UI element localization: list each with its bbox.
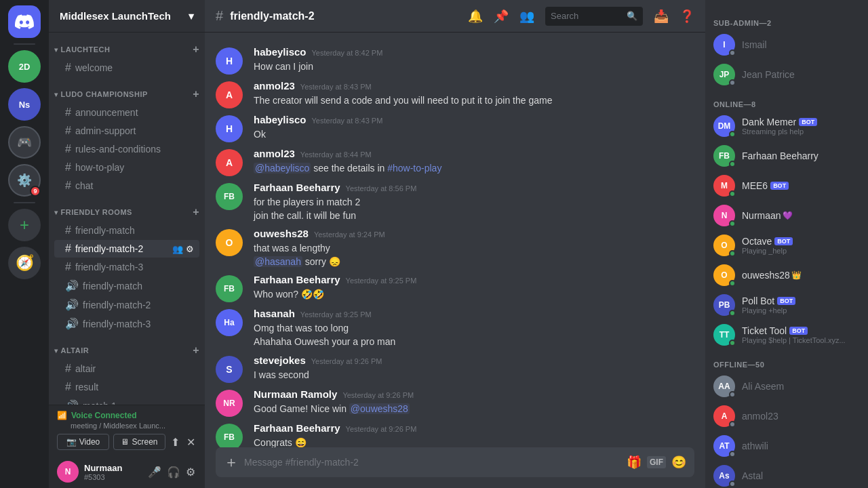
inbox-icon-button[interactable]: 📥 bbox=[654, 9, 669, 24]
voice-status: 📶 Voice Connected bbox=[57, 411, 197, 420]
channel-result[interactable]: # result 👥 ⚙ bbox=[54, 378, 199, 396]
channel-friendly-match[interactable]: # friendly-match bbox=[54, 222, 199, 239]
member-sub: Playing _help bbox=[742, 247, 860, 255]
search-bar[interactable]: 🔍 bbox=[545, 7, 643, 26]
mention[interactable]: @habeylisco bbox=[254, 163, 311, 174]
server-icon-2d[interactable]: 2D bbox=[8, 50, 41, 83]
channel-chat[interactable]: # chat bbox=[54, 177, 199, 195]
channel-voice-friendly-match[interactable]: 🔊 friendly-match bbox=[54, 277, 199, 295]
voice-wave-icon: 📶 bbox=[57, 411, 67, 420]
members-icon-button[interactable]: 👥 bbox=[519, 9, 534, 24]
channel-friendly-match-2[interactable]: # friendly-match-2 👥 ⚙ bbox=[54, 240, 199, 258]
chevron-icon: ▾ bbox=[54, 46, 58, 54]
channel-voice-friendly-match-2[interactable]: 🔊 friendly-match-2 bbox=[54, 296, 199, 314]
category-add-button[interactable]: + bbox=[193, 43, 199, 56]
member-dank-memer[interactable]: DM Dank Memer BOT Streaming pls help bbox=[705, 111, 868, 141]
member-jean-patrice[interactable]: JP Jean Patrice bbox=[705, 60, 868, 89]
avatar: AA bbox=[713, 375, 735, 397]
category-ludo[interactable]: ▾ LUDO CHAMPIONSHIP + bbox=[49, 77, 205, 103]
member-ismail[interactable]: I Ismail bbox=[705, 30, 868, 60]
video-label: Video bbox=[79, 437, 100, 447]
message-timestamp: Yesterday at 8:43 PM bbox=[312, 117, 383, 125]
category-add-button[interactable]: + bbox=[193, 206, 199, 218]
category-add-button[interactable]: + bbox=[193, 344, 199, 357]
bell-icon-button[interactable]: 🔔 bbox=[468, 9, 483, 24]
member-nurmaan[interactable]: N Nurmaan 💜 bbox=[705, 201, 868, 230]
member-icon[interactable]: 👥 bbox=[172, 244, 183, 254]
category-altair[interactable]: ▾ ALTAIR + bbox=[49, 333, 205, 359]
help-icon-button[interactable]: ❓ bbox=[679, 9, 694, 24]
message-group: O ouweshs28 Yesterday at 9:24 PM that wa… bbox=[205, 225, 705, 271]
server-icon-3[interactable]: 🎮 bbox=[8, 126, 41, 159]
message-input[interactable] bbox=[244, 450, 621, 474]
member-anmol23[interactable]: A anmol23 bbox=[705, 401, 868, 431]
channel-voice-match1[interactable]: 🔊 match 1 bbox=[54, 396, 199, 405]
mute-icon-btn[interactable]: ⬆ bbox=[170, 434, 181, 450]
screen-share-button[interactable]: 🖥 Screen bbox=[113, 434, 165, 450]
channel-welcome[interactable]: # welcome bbox=[54, 59, 199, 77]
chevron-icon: ▾ bbox=[54, 347, 58, 354]
pin-icon-button[interactable]: 📌 bbox=[494, 9, 509, 24]
member-ticket-tool[interactable]: TT Ticket Tool BOT Playing $help | Ticke… bbox=[705, 320, 868, 350]
mute-button[interactable]: 🎤 bbox=[146, 464, 163, 480]
status-dot bbox=[729, 49, 736, 56]
member-sub: Playing +help bbox=[742, 306, 860, 314]
category-add-button[interactable]: + bbox=[193, 88, 199, 100]
user-settings-button[interactable]: ⚙ bbox=[184, 464, 197, 480]
member-ali-aseem[interactable]: AA Ali Aseem bbox=[705, 371, 868, 401]
server-header[interactable]: Middlesex LaunchTech ▾ bbox=[49, 0, 205, 33]
message-username: Farhaan Beeharry bbox=[254, 182, 340, 193]
status-dot bbox=[729, 451, 736, 458]
server-icon-4[interactable]: ⚙️ 9 bbox=[8, 164, 41, 197]
member-info: Ismail bbox=[742, 39, 860, 50]
category-friendly[interactable]: ▾ FRIENDLY ROOMS + bbox=[49, 195, 205, 221]
deafen-button[interactable]: 🎧 bbox=[165, 464, 182, 480]
channel-announcement[interactable]: # announcement bbox=[54, 104, 199, 121]
member-athwili[interactable]: AT athwili bbox=[705, 431, 868, 461]
status-dot bbox=[729, 280, 736, 287]
channel-friendly-match-3[interactable]: # friendly-match-3 bbox=[54, 258, 199, 276]
member-poll-bot[interactable]: PB Poll Bot BOT Playing +help bbox=[705, 290, 868, 320]
add-attachment-button[interactable]: ＋ bbox=[224, 452, 239, 472]
channel-altair[interactable]: # altair bbox=[54, 360, 199, 378]
member-astal[interactable]: As Astal bbox=[705, 461, 868, 488]
explore-servers-icon[interactable]: 🧭 bbox=[8, 247, 41, 279]
channel-rules[interactable]: # rules-and-conditions bbox=[54, 140, 199, 158]
channel-how-to-play[interactable]: # how-to-play bbox=[54, 159, 199, 176]
member-farhaan[interactable]: FB Farhaan Beeharry bbox=[705, 141, 868, 171]
mention[interactable]: @ouweshs28 bbox=[349, 403, 410, 414]
gift-icon-button[interactable]: 🎁 bbox=[627, 455, 642, 470]
search-input[interactable] bbox=[551, 11, 623, 21]
mention[interactable]: @hasanah bbox=[254, 256, 302, 267]
member-name-row: Ticket Tool BOT bbox=[742, 325, 860, 336]
avatar: A bbox=[216, 149, 243, 176]
status-dot bbox=[729, 79, 736, 86]
member-name-row: ouweshs28 👑 bbox=[742, 270, 860, 281]
avatar: JP bbox=[713, 64, 735, 85]
channel-admin-support[interactable]: # admin-support bbox=[54, 122, 199, 140]
member-octave[interactable]: O Octave BOT Playing _help bbox=[705, 230, 868, 260]
channel-link[interactable]: #how-to-play bbox=[387, 163, 441, 174]
discord-home-icon[interactable] bbox=[8, 5, 41, 38]
channel-voice-friendly-match-3[interactable]: 🔊 friendly-match-3 bbox=[54, 314, 199, 333]
settings-icon[interactable]: ⚙ bbox=[186, 244, 194, 254]
member-ouweshs28[interactable]: O ouweshs28 👑 bbox=[705, 260, 868, 290]
member-sub: Playing $help | TicketTool.xyz... bbox=[742, 336, 860, 344]
server-icon-ns[interactable]: Ns bbox=[8, 88, 41, 121]
message-input-area: ＋ 🎁 GIF 😊 bbox=[205, 447, 705, 488]
message-header: anmol23 Yesterday at 8:44 PM bbox=[254, 148, 694, 159]
message-content: anmol23 Yesterday at 8:43 PM The creator… bbox=[254, 80, 694, 108]
category-lauchtech[interactable]: ▾ LAUCHTECH + bbox=[49, 33, 205, 58]
gif-icon-button[interactable]: GIF bbox=[647, 456, 666, 468]
notification-badge: 9 bbox=[30, 186, 41, 197]
message-group: FB Farhaan Beeharry Yesterday at 9:26 PM… bbox=[205, 420, 705, 447]
message-content: stevejokes Yesterday at 9:26 PM I was se… bbox=[254, 354, 694, 383]
member-info: Jean Patrice bbox=[742, 69, 860, 80]
video-button[interactable]: 📷 Video bbox=[57, 434, 109, 450]
member-mee6[interactable]: M MEE6 BOT bbox=[705, 171, 868, 201]
message-group: H habeylisco Yesterday at 8:42 PM How ca… bbox=[205, 43, 705, 77]
disconnect-icon-btn[interactable]: ✕ bbox=[185, 434, 197, 450]
emoji-icon-button[interactable]: 😊 bbox=[671, 455, 686, 470]
add-server-button[interactable]: + bbox=[8, 209, 41, 241]
avatar: I bbox=[713, 34, 735, 56]
